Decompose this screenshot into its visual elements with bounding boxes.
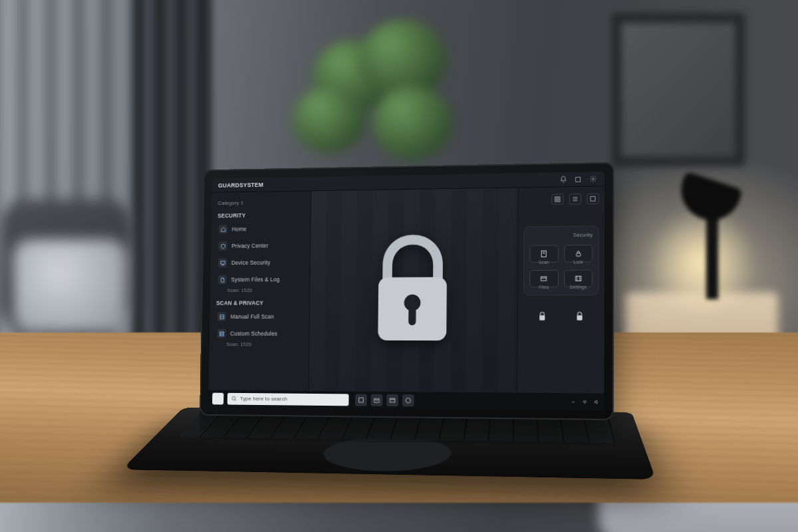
start-button[interactable]	[212, 392, 223, 404]
svg-rect-11	[555, 200, 557, 202]
window-maximize-icon[interactable]	[573, 174, 583, 184]
sidebar-item-label: System Files & Log	[231, 276, 279, 283]
svg-rect-16	[541, 277, 547, 281]
system-tray[interactable]	[571, 398, 600, 405]
sidebar-item-subtext: Scan: 1520	[226, 341, 305, 347]
sidebar-item-system[interactable]: System Files & Log	[214, 271, 306, 287]
search-icon	[231, 396, 237, 402]
card-title: Security	[530, 232, 593, 239]
svg-rect-17	[575, 276, 581, 281]
sidebar-section-scan: SCAN & PRIVACY	[216, 299, 303, 306]
chip-files[interactable]	[529, 270, 558, 288]
laptop-lid: GUARDSYSTEM	[200, 162, 614, 420]
plant	[286, 13, 459, 166]
svg-point-23	[406, 398, 410, 403]
sidebar-item-label: Home	[232, 225, 247, 232]
chip-label: Scan	[529, 260, 558, 265]
taskbar: Type here to search	[208, 390, 604, 411]
chip-label: Settings	[564, 285, 593, 289]
chip-settings[interactable]	[564, 270, 593, 288]
sidebar-item-label: Privacy Center	[231, 242, 269, 249]
sidebar-item-subtext: Scan: 1520	[227, 287, 306, 293]
svg-rect-6	[378, 277, 447, 340]
sidebar: Category 1 SECURITY Home	[209, 191, 311, 390]
tray-wifi-icon[interactable]	[581, 399, 588, 404]
shield-icon	[218, 241, 227, 251]
lock-icon	[366, 233, 460, 347]
svg-rect-8	[408, 307, 416, 325]
list-view-icon[interactable]	[569, 194, 581, 204]
lamp-glow	[645, 206, 758, 319]
svg-rect-22	[390, 398, 394, 402]
monitor-icon	[218, 258, 227, 267]
chip-scan[interactable]	[529, 245, 558, 263]
svg-rect-9	[555, 197, 557, 199]
sidebar-section-security: SECURITY	[217, 211, 304, 219]
app-title: GUARDSYSTEM	[218, 181, 263, 188]
svg-rect-10	[558, 197, 560, 199]
screen: GUARDSYSTEM	[208, 172, 604, 410]
svg-rect-21	[359, 398, 364, 402]
svg-rect-0	[576, 177, 581, 182]
home-icon	[219, 225, 227, 234]
sidebar-category-label: Category 1	[218, 199, 305, 206]
laptop-base	[122, 408, 656, 479]
tray-sound-icon[interactable]	[594, 399, 600, 405]
taskbar-app-icon[interactable]	[386, 394, 398, 406]
taskbar-app-icon[interactable]	[355, 394, 367, 406]
svg-rect-14	[541, 251, 546, 257]
file-icon	[218, 275, 227, 285]
chip-lock[interactable]	[564, 245, 593, 263]
svg-rect-12	[558, 200, 560, 201]
lock-small-icon[interactable]	[573, 309, 588, 324]
svg-rect-19	[577, 315, 583, 321]
chip-label: Files	[529, 285, 558, 289]
keyboard	[178, 412, 617, 443]
sidebar-item-device[interactable]: Device Security	[214, 255, 306, 271]
expand-icon[interactable]	[587, 194, 599, 204]
security-card: Security Scan	[523, 225, 599, 295]
svg-rect-13	[591, 196, 595, 201]
laptop: GUARDSYSTEM	[199, 162, 614, 482]
main-panel	[309, 188, 517, 392]
tray-chevron-icon[interactable]	[571, 399, 576, 404]
svg-rect-15	[576, 253, 580, 257]
sidebar-item-schedules[interactable]: Custom Schedules	[213, 326, 305, 342]
mini-lock-row	[523, 309, 599, 324]
sidebar-item-manual-scan[interactable]: Manual Full Scan	[213, 309, 305, 325]
svg-rect-18	[539, 315, 545, 321]
scan-icon	[217, 312, 226, 321]
svg-rect-5	[219, 334, 223, 335]
svg-point-20	[232, 396, 235, 400]
sidebar-item-label: Device Security	[231, 259, 271, 266]
svg-point-1	[592, 178, 594, 180]
app-window: GUARDSYSTEM	[208, 172, 604, 410]
taskbar-app-icon[interactable]	[371, 394, 383, 406]
svg-rect-2	[220, 261, 224, 263]
lock-small-icon[interactable]	[535, 309, 549, 324]
sidebar-item-label: Custom Schedules	[230, 331, 277, 337]
sidebar-item-label: Manual Full Scan	[231, 313, 275, 320]
server-icon	[217, 329, 225, 338]
sidebar-item-privacy[interactable]: Privacy Center	[215, 237, 307, 254]
taskbar-search[interactable]: Type here to search	[227, 392, 349, 406]
right-panel: Security Scan	[517, 186, 604, 392]
chip-label: Lock	[564, 259, 593, 264]
settings-gear-icon[interactable]	[588, 174, 597, 184]
sidebar-item-home[interactable]: Home	[215, 221, 307, 237]
wall-frame	[612, 13, 745, 166]
taskbar-app-icon[interactable]	[402, 394, 414, 406]
notification-icon[interactable]	[559, 175, 568, 184]
search-placeholder: Type here to search	[240, 396, 287, 402]
svg-rect-4	[219, 332, 223, 333]
grid-view-icon[interactable]	[551, 194, 563, 204]
right-toolbar	[524, 194, 599, 205]
